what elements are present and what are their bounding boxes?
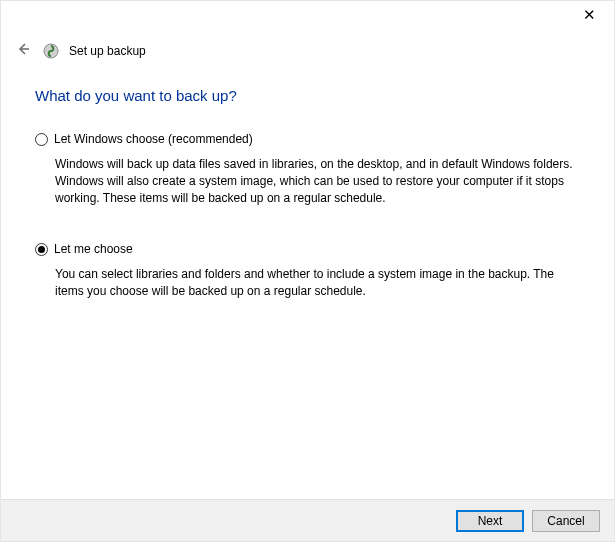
titlebar: Set up backup (13, 39, 146, 63)
back-arrow-icon[interactable] (13, 39, 33, 63)
page-heading: What do you want to back up? (35, 87, 580, 104)
option-label: Let me choose (54, 242, 133, 256)
backup-wizard-icon (43, 43, 59, 59)
wizard-footer: Next Cancel (1, 499, 614, 541)
option-row[interactable]: Let Windows choose (recommended) (35, 132, 580, 146)
option-description: Windows will back up data files saved in… (55, 156, 580, 206)
window-title: Set up backup (69, 44, 146, 58)
radio-let-windows-choose[interactable] (35, 133, 48, 146)
option-label: Let Windows choose (recommended) (54, 132, 253, 146)
close-button[interactable]: ✕ (573, 3, 606, 26)
wizard-content: What do you want to back up? Let Windows… (35, 87, 580, 336)
radio-let-me-choose[interactable] (35, 243, 48, 256)
option-let-me-choose: Let me choose You can select libraries a… (35, 242, 580, 300)
option-row[interactable]: Let me choose (35, 242, 580, 256)
option-description: You can select libraries and folders and… (55, 266, 580, 300)
next-button[interactable]: Next (456, 510, 524, 532)
option-let-windows-choose: Let Windows choose (recommended) Windows… (35, 132, 580, 206)
cancel-button[interactable]: Cancel (532, 510, 600, 532)
